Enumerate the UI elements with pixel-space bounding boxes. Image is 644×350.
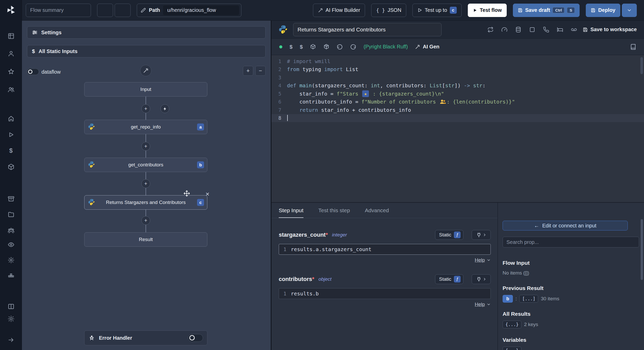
all-static-inputs-button[interactable]: $ All Static Inputs [27,45,266,57]
dataflow-toggle[interactable] [27,69,39,75]
insert-variable-icon[interactable]: $ [290,44,293,50]
chevron-right-icon [483,233,486,237]
apps-grid-icon[interactable] [0,31,22,41]
add-step-button[interactable]: + [141,216,150,225]
code-line[interactable]: 2from typing import List [272,65,644,74]
user-icon[interactable] [0,48,22,59]
collapsed-object-badge[interactable]: {...} [503,347,521,350]
step-node-b[interactable]: get_contributors b [84,158,207,172]
add-step-button[interactable]: + [141,104,150,113]
path-value[interactable]: u/henri/gracious_flow [163,5,239,15]
code-editor[interactable]: 1# import wmill2from typing import List3… [272,55,644,202]
lint-assistants-label[interactable]: (Pyright Black Ruff) [363,44,408,50]
ai-flow-builder-button[interactable]: AI Flow Builder [313,4,365,17]
library-book-icon[interactable] [630,44,636,50]
pane-resize-handle[interactable] [271,21,272,350]
zoom-in-button[interactable]: + [243,66,253,76]
step-title-input[interactable] [293,23,442,36]
chevron-down-icon[interactable] [487,302,491,306]
zoom-out-button[interactable]: − [255,66,266,76]
cache-database-icon[interactable] [515,27,521,33]
deploy-more-button[interactable] [622,4,637,17]
path-editor[interactable]: Path u/henri/gracious_flow [137,4,241,17]
theme-sun-icon[interactable] [0,314,22,324]
flow-summary-input[interactable]: Flow summary [26,4,91,17]
connect-input-button[interactable] [472,230,491,240]
retry-cycle-icon[interactable] [487,27,494,33]
code-scrollbar-thumb[interactable] [640,57,643,74]
favorites-star-icon[interactable] [0,66,22,77]
package-icon[interactable] [310,44,316,50]
flow-settings-button[interactable]: Settings [27,26,266,39]
chevron-down-icon[interactable] [487,258,491,262]
flow-input-empty: No items ([]) [503,270,639,276]
code-line[interactable]: 5 star_info = f"Stars ★ : {stargazers_co… [272,90,644,98]
layout-columns-icon[interactable] [0,301,22,312]
input-node[interactable]: Input [84,82,207,97]
tab-test-this-step[interactable]: Test this step [318,203,350,218]
users-icon[interactable] [0,84,22,95]
sleep-bed-icon[interactable] [557,27,563,33]
expression-input[interactable]: 1 results.a.stargazers_count [279,244,491,255]
collapsed-object-badge[interactable]: {...} [503,321,521,328]
props-scrollbar-thumb[interactable] [641,219,643,280]
test-flow-button[interactable]: Test flow [468,4,507,17]
edit-or-connect-input-button[interactable]: ← Edit or connect an input [503,221,628,231]
insert-resource-icon[interactable]: $ [300,44,303,50]
test-up-to-button[interactable]: Test up to c [412,4,462,17]
save-to-workspace-button[interactable]: Save to workspace [583,27,637,32]
search-prop-input[interactable] [503,237,639,247]
static-mode-toggle[interactable]: Static ƒ [435,274,463,284]
undo-button[interactable] [97,4,113,17]
code-line[interactable]: 6 contributors_info = f"Number of contri… [272,98,644,106]
add-step-button[interactable]: + [141,179,150,188]
code-line[interactable]: 8 [272,114,644,122]
home-icon[interactable] [0,113,22,124]
folders-icon[interactable] [0,209,22,220]
audit-eye-icon[interactable] [0,240,22,250]
tab-advanced[interactable]: Advanced [365,203,389,218]
code-line[interactable]: 3 [272,73,644,82]
expand-sidebar-arrow-icon[interactable] [0,335,22,345]
redo-button[interactable] [115,4,131,17]
help-link[interactable]: Help [475,302,485,307]
error-handler-node[interactable]: Error Handler [84,330,207,345]
expression-input[interactable]: 1 results.b [279,288,491,299]
reload-rotate-icon[interactable] [350,44,356,50]
archive-icon[interactable] [0,194,22,204]
help-link[interactable]: Help [475,257,485,263]
delete-step-icon[interactable]: ✕ [205,191,210,197]
add-step-button[interactable]: + [141,142,150,151]
step-node-a[interactable]: get_repo_info a [84,120,207,134]
add-trigger-bolt-button[interactable] [160,104,169,113]
deploy-button[interactable]: Deploy [586,4,620,17]
colon: : [515,296,517,302]
ai-gen-button[interactable]: AI Gen [415,44,439,50]
auto-layout-wand-button[interactable] [140,65,151,76]
error-handler-toggle[interactable] [188,334,203,342]
windmill-logo[interactable] [0,4,22,16]
collapsed-array-badge[interactable]: [...] [519,295,538,303]
connect-input-button[interactable] [472,274,491,284]
code-line[interactable]: 4def main(stargazers_count: int, contrib… [272,82,644,90]
settings-gear-icon[interactable] [0,255,22,265]
code-line[interactable]: 1# import wmill [272,57,644,65]
voicemail-icon[interactable] [571,27,577,33]
variables-dollar-icon[interactable]: $ [0,146,22,156]
result-node[interactable]: Result [84,232,207,247]
resources-cube-icon[interactable] [0,162,22,172]
json-button[interactable]: { } JSON [371,4,406,17]
workers-containers-icon[interactable] [0,270,22,281]
static-mode-toggle[interactable]: Static ƒ [435,230,463,240]
package-icon[interactable] [323,44,329,50]
save-draft-button[interactable]: Save draft Ctrl S [513,4,580,17]
code-line[interactable]: 7 return star_info + contributors_info [272,106,644,114]
phone-icon[interactable] [543,27,549,33]
groups-icon[interactable] [0,225,22,236]
previous-result-step-badge[interactable]: b [503,295,513,303]
tab-step-input[interactable]: Step Input [279,203,303,218]
runs-play-icon[interactable] [0,130,22,140]
gauge-icon[interactable] [501,27,507,33]
undo-rotate-icon[interactable] [337,44,343,50]
square-icon[interactable] [529,27,535,33]
